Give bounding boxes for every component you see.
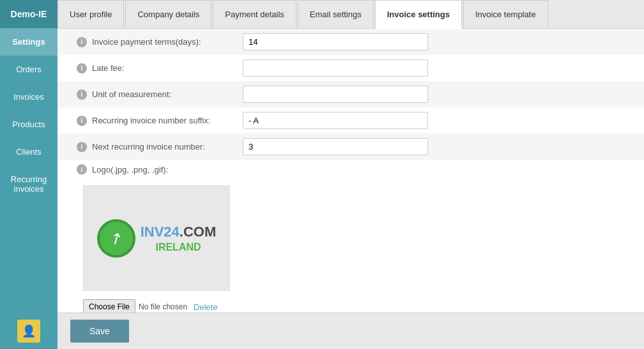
tab-payment-details[interactable]: Payment details <box>213 0 296 28</box>
form-row-logo-label: i Logo(.jpg, .png, .gif): <box>57 160 644 179</box>
save-button[interactable]: Save <box>70 320 129 343</box>
choose-file-label: Choose File <box>89 302 130 311</box>
form-row-late-fee: i Late fee: <box>57 55 644 81</box>
input-unit-measurement[interactable] <box>243 86 428 103</box>
file-upload-row: Choose File No file chosen Delete <box>83 299 618 313</box>
logo-preview-box: ↗ INV24.COM IRELAND <box>83 185 230 291</box>
logo-inv-text: INV24.COM <box>141 224 217 240</box>
main-content: User profile Company details Payment det… <box>57 0 644 349</box>
logo-inv-part: INV24 <box>141 224 180 240</box>
logo-com-part: .COM <box>180 224 216 240</box>
sidebar-item-products[interactable]: Products <box>0 111 57 138</box>
label-recurring-suffix: Recurring invoice number suffix: <box>92 116 210 125</box>
label-late-fee: Late fee: <box>92 63 125 73</box>
info-icon-logo: i <box>77 164 87 174</box>
input-next-recurring[interactable] <box>243 138 428 155</box>
form-row-unit-measurement: i Unit of measurement: <box>57 81 644 107</box>
info-icon-payment-terms: i <box>77 37 87 47</box>
user-icon-box[interactable]: 👤 <box>17 320 40 343</box>
info-icon-late-fee: i <box>77 63 87 74</box>
label-logo: Logo(.jpg, .png, .gif): <box>92 165 168 174</box>
logo-ireland-text: IRELAND <box>141 242 217 253</box>
input-recurring-suffix[interactable] <box>243 112 428 129</box>
logo-arrow-icon: ↗ <box>106 227 126 249</box>
logo-graphic: ↗ INV24.COM IRELAND <box>97 219 217 258</box>
sidebar-bottom: 👤 <box>0 313 57 349</box>
logo-circle-graphic: ↗ <box>97 219 135 258</box>
label-next-recurring: Next recurring invoice number: <box>92 142 205 151</box>
app-name: Demo-IE <box>0 0 57 28</box>
content-area: i Invoice payment terms(days): i Late fe… <box>57 29 644 313</box>
sidebar: Demo-IE Settings Orders Invoices Product… <box>0 0 57 349</box>
save-section: Save <box>57 313 644 349</box>
label-unit-measurement: Unit of measurement: <box>92 89 171 99</box>
logo-content: ↗ INV24.COM IRELAND <box>97 219 217 258</box>
tab-company-details[interactable]: Company details <box>125 0 211 28</box>
label-payment-terms: Invoice payment terms(days): <box>92 37 201 47</box>
sidebar-item-orders[interactable]: Orders <box>0 56 57 83</box>
input-late-fee[interactable] <box>243 59 428 77</box>
form-row-next-recurring: i Next recurring invoice number: <box>57 134 644 160</box>
info-icon-recurring-suffix: i <box>77 116 87 126</box>
tab-bar: User profile Company details Payment det… <box>57 0 644 29</box>
tab-invoice-template[interactable]: Invoice template <box>463 0 548 28</box>
info-icon-unit-measurement: i <box>77 89 87 100</box>
form-row-recurring-suffix: i Recurring invoice number suffix: <box>57 107 644 134</box>
sidebar-item-clients[interactable]: Clients <box>0 138 57 166</box>
input-payment-terms[interactable] <box>243 33 428 50</box>
logo-text-group: INV24.COM IRELAND <box>141 224 217 253</box>
user-icon: 👤 <box>22 324 36 338</box>
tab-user-profile[interactable]: User profile <box>57 0 124 28</box>
file-name-text: No file chosen <box>139 302 187 311</box>
form-row-payment-terms: i Invoice payment terms(days): <box>57 29 644 55</box>
logo-section: ↗ INV24.COM IRELAND Choose File <box>57 179 644 313</box>
delete-link[interactable]: Delete <box>194 302 218 312</box>
sidebar-item-settings[interactable]: Settings <box>0 28 57 56</box>
tab-email-settings[interactable]: Email settings <box>298 0 374 28</box>
sidebar-item-recurring-invoices[interactable]: Recurring invoices <box>0 166 57 203</box>
info-icon-next-recurring: i <box>77 142 87 152</box>
sidebar-item-invoices[interactable]: Invoices <box>0 83 57 111</box>
choose-file-button[interactable]: Choose File <box>83 299 135 313</box>
tab-invoice-settings[interactable]: Invoice settings <box>375 0 462 29</box>
